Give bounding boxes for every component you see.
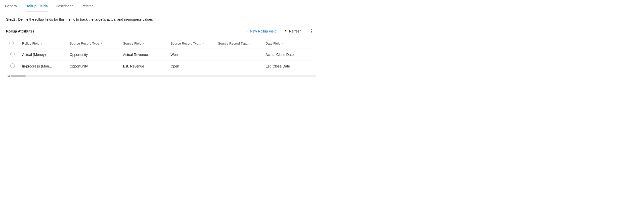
col-header-source-record-type: Source Record Type ∨: [67, 38, 120, 49]
row2-source-field[interactable]: Est. Revenue: [120, 60, 167, 72]
scrollbar-area: ◀: [6, 72, 316, 80]
refresh-label: Refresh: [289, 29, 301, 33]
row2-source-record-typ2[interactable]: [215, 60, 262, 72]
row1-rollup-field[interactable]: Actual (Money): [19, 49, 67, 60]
scrollbar-track[interactable]: [11, 75, 316, 77]
rollup-table: Rollup Field ∨ Source Record Type ∨ Sour…: [6, 38, 316, 72]
row1-checkbox-cell: [6, 49, 19, 60]
col-header-checkbox: [6, 38, 19, 49]
new-rollup-label: New Rollup Field: [250, 29, 277, 33]
row2-checkbox-cell: [6, 60, 19, 72]
row2-checkbox[interactable]: [10, 63, 15, 68]
row1-checkbox[interactable]: [10, 52, 15, 56]
table-row: Actual (Money) Opportunity Actual Revenu…: [6, 49, 316, 60]
date-field-sort-icon[interactable]: ∨: [282, 42, 283, 45]
row1-source-record-typ2[interactable]: [215, 49, 262, 60]
col-source-field-label: Source Field: [123, 42, 141, 45]
row2-source-record-typ1[interactable]: Open: [167, 60, 215, 72]
tabs-bar: General Rollup Fields Description Relate…: [0, 0, 322, 12]
scroll-left-button[interactable]: ◀: [6, 74, 11, 78]
source-field-sort-icon[interactable]: ∨: [142, 42, 144, 45]
refresh-button[interactable]: ↻ Refresh: [283, 28, 303, 34]
section-title: Rollup Attributes: [6, 29, 34, 33]
table-row: In-progress (Mon... Opportunity Est. Rev…: [6, 60, 316, 72]
main-content: Step2 : Define the rollup fields for thi…: [0, 12, 322, 85]
col-source-record-type-label: Source Record Type: [70, 42, 99, 45]
table-header-row: Rollup Field ∨ Source Record Type ∨ Sour…: [6, 38, 316, 49]
new-rollup-button[interactable]: + New Rollup Field: [244, 28, 279, 34]
header-actions: + New Rollup Field ↻ Refresh ⋮: [244, 27, 316, 35]
col-header-rollup-field: Rollup Field ∨: [19, 38, 67, 49]
row1-source-record-typ1[interactable]: Won: [167, 49, 215, 60]
plus-icon: +: [246, 29, 248, 33]
rollup-field-sort-icon[interactable]: ∨: [40, 42, 42, 45]
tab-description[interactable]: Description: [56, 0, 73, 12]
tab-general[interactable]: General: [5, 0, 18, 12]
source-record-type-sort-icon[interactable]: ∨: [100, 42, 102, 45]
row1-source-record-type[interactable]: Opportunity: [67, 49, 120, 60]
scrollbar-thumb[interactable]: [11, 75, 26, 77]
tab-related[interactable]: Related: [81, 0, 94, 12]
refresh-icon: ↻: [285, 29, 288, 33]
col-header-source-record-typ1: Source Record Typ... ∨: [167, 38, 215, 49]
row2-date-field[interactable]: Est. Close Date: [262, 60, 316, 72]
col-date-field-label: Date Field: [265, 42, 280, 45]
tab-rollup-fields[interactable]: Rollup Fields: [26, 0, 48, 12]
row2-source-record-type[interactable]: Opportunity: [67, 60, 120, 72]
row1-source-field[interactable]: Actual Revenue: [120, 49, 167, 60]
source-record-typ2-sort-icon[interactable]: ∨: [250, 42, 251, 45]
col-header-date-field: Date Field ∨: [262, 38, 316, 49]
more-options-button[interactable]: ⋮: [307, 27, 316, 35]
section-header: Rollup Attributes + New Rollup Field ↻ R…: [6, 27, 316, 35]
row1-date-field[interactable]: Actual Close Date: [262, 49, 316, 60]
step-description: Step2 : Define the rollup fields for thi…: [6, 17, 316, 21]
header-checkbox-circle[interactable]: [9, 41, 14, 45]
col-source-record-typ2-label: Source Record Typ...: [218, 42, 249, 45]
row2-rollup-field[interactable]: In-progress (Mon...: [19, 60, 67, 72]
source-record-typ1-sort-icon[interactable]: ∨: [202, 42, 204, 45]
col-rollup-field-label: Rollup Field: [22, 42, 39, 45]
col-header-source-field: Source Field ∨: [120, 38, 167, 49]
col-source-record-typ1-label: Source Record Typ...: [170, 42, 201, 45]
col-header-source-record-typ2: Source Record Typ... ∨: [215, 38, 262, 49]
